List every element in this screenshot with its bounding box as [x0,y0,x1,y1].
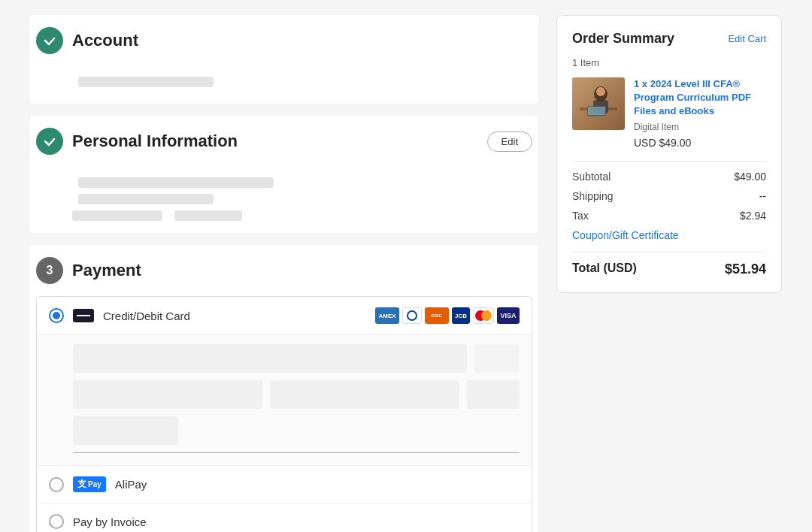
payment-title: Payment [72,261,141,280]
payment-options-container: Credit/Debit Card AMEX DISC JCB [36,296,532,532]
discover-logo: DISC [425,307,449,324]
security-icon-area [474,344,520,373]
svg-point-4 [596,87,605,96]
item-type: Digital Item [634,122,766,132]
card-logos: AMEX DISC JCB VISA [375,307,520,324]
subtotal-row: Subtotal $49.00 [572,171,766,183]
tax-row: Tax $2.94 [572,210,766,222]
account-header: Account [30,15,538,66]
diners-circle [407,310,417,321]
item-count: 1 Item [572,57,766,68]
summary-title: Order Summary [572,31,674,47]
personal-info-title: Personal Information [72,131,238,151]
first-name-field[interactable] [73,416,178,445]
personal-info-blurred-row-2 [78,194,214,204]
personal-info-section: Personal Information Edit [30,116,538,233]
alipay-symbol: 支 [77,478,86,491]
total-value: $51.94 [725,261,766,277]
account-check-icon [36,27,63,54]
personal-info-blurred-row-3 [72,210,162,221]
item-name: 1 x 2024 Level III CFA® Program Curricul… [634,77,766,119]
alipay-text: Pay [88,480,102,488]
mastercard-logo [473,307,494,324]
card-number-field[interactable] [73,344,467,373]
invoice-radio[interactable] [49,514,64,529]
order-summary: Order Summary Edit Cart 1 Item [556,15,782,293]
security-field-wrapper [474,344,520,373]
card-number-row [73,344,520,373]
diners-logo [402,307,422,324]
personal-info-check-icon [36,128,63,155]
order-item: 1 x 2024 Level III CFA® Program Curricul… [572,77,766,149]
alipay-option[interactable]: 支 Pay AliPay [37,466,532,503]
personal-info-edit-button[interactable]: Edit [487,131,532,152]
edit-cart-link[interactable]: Edit Cart [728,33,766,44]
shipping-label: Shipping [572,190,614,202]
visa-logo: VISA [497,307,520,324]
total-row: Total (USD) $51.94 [572,252,766,277]
main-content: Account Personal Information Edit [30,15,538,532]
name-row [73,416,520,445]
credit-card-option[interactable]: Credit/Debit Card AMEX DISC JCB [37,297,532,335]
extra-field[interactable] [467,380,520,409]
personal-info-blurred-area [30,167,538,233]
account-section: Account [30,15,538,104]
summary-divider-1 [572,161,766,162]
svg-rect-7 [588,107,605,115]
jcb-logo: JCB [452,307,470,324]
personal-info-header: Personal Information Edit [30,116,538,167]
invoice-option[interactable]: Pay by Invoice [37,503,532,532]
personal-info-blurred-row-4 [174,210,242,221]
payment-header: 3 Payment [30,245,538,296]
summary-header: Order Summary Edit Cart [572,31,766,47]
subtotal-value: $49.00 [734,171,766,183]
tax-label: Tax [572,210,589,222]
cvv-field[interactable] [270,380,459,409]
tax-value: $2.94 [740,210,766,222]
subtotal-label: Subtotal [572,171,611,183]
mc-right [481,310,492,321]
item-image [572,77,625,130]
item-details: 1 x 2024 Level III CFA® Program Curricul… [634,77,766,149]
item-price: USD $49.00 [634,137,766,149]
mc-circles [475,310,492,321]
alipay-label: AliPay [115,478,147,491]
payment-section: 3 Payment Credit/Debit Card AMEX [30,245,538,532]
total-label: Total (USD) [572,261,637,277]
card-icon-line [77,315,90,316]
bottom-divider [73,452,520,453]
personal-info-blurred-row-1 [78,177,274,188]
card-details-row [73,380,520,409]
invoice-label: Pay by Invoice [73,515,147,528]
card-icon [73,309,94,322]
account-blurred-row-1 [78,77,214,87]
credit-card-label: Credit/Debit Card [103,310,190,322]
shipping-value: -- [759,190,766,202]
alipay-logo: 支 Pay [73,476,106,492]
credit-card-radio[interactable] [49,308,64,323]
coupon-link[interactable]: Coupon/Gift Certificate [572,229,766,241]
expiry-field[interactable] [73,380,262,409]
payment-step-badge: 3 [36,257,63,284]
alipay-radio[interactable] [49,477,64,492]
shipping-row: Shipping -- [572,190,766,202]
amex-logo: AMEX [375,307,399,324]
account-blurred-area [30,66,538,104]
account-title: Account [72,31,138,50]
card-form-area [37,335,532,466]
credit-card-radio-inner [53,312,60,319]
